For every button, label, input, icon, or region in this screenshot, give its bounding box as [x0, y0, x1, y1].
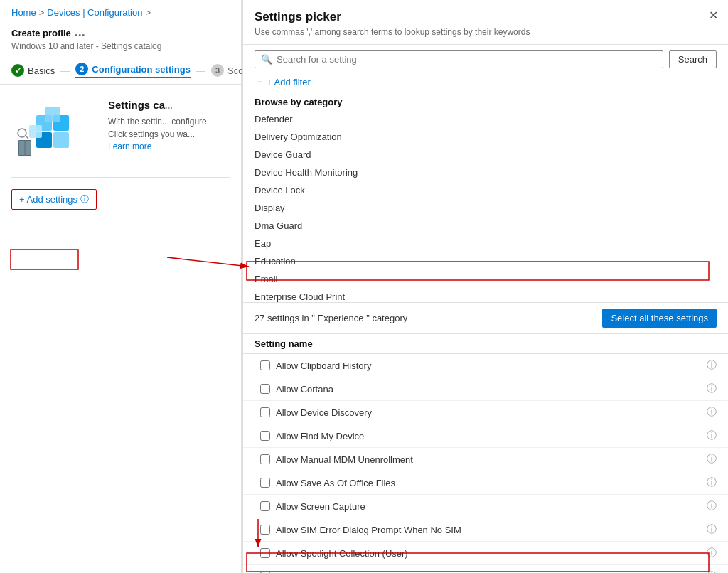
info-icon-cortana[interactable]: ⓘ	[707, 382, 717, 395]
picker-title: Settings picker	[255, 10, 717, 24]
info-icon-mdm[interactable]: ⓘ	[707, 453, 717, 466]
setting-checkbox-clipboard[interactable]	[260, 360, 270, 370]
setting-row-spotlight-collection: Allow Spotlight Collection (User) ⓘ	[243, 542, 728, 565]
setting-row-find-device: Allow Find My Device ⓘ	[243, 424, 728, 448]
settings-info-title: Settings ca...	[108, 99, 230, 111]
svg-rect-3	[53, 132, 69, 148]
breadcrumb-home[interactable]: Home	[11, 7, 36, 18]
setting-row-clipboard: Allow Clipboard History ⓘ	[243, 354, 728, 377]
page-subtitle: Windows 10 and later - Settings catalog	[11, 41, 230, 51]
setting-checkbox-screen-capture[interactable]	[260, 501, 270, 511]
settings-count: 27 settings in " Experience " category	[255, 313, 407, 323]
page-title: Create profile ...	[11, 25, 230, 40]
category-item-device-health[interactable]: Device Health Monitoring	[243, 164, 728, 181]
picker-subtitle: Use commas ',' among search terms to loo…	[255, 27, 717, 37]
svg-rect-4	[45, 107, 60, 122]
settings-list-area[interactable]: 27 settings in " Experience " category S…	[243, 302, 728, 573]
select-all-settings-button[interactable]: Select all these settings	[602, 309, 717, 328]
setting-checkbox-device-discovery[interactable]	[260, 407, 270, 417]
settings-picker-panel: Settings picker Use commas ',' among sea…	[242, 0, 728, 573]
info-icon-screen-capture[interactable]: ⓘ	[707, 500, 717, 513]
info-icon-sim-error[interactable]: ⓘ	[707, 523, 717, 536]
search-button[interactable]: Search	[669, 50, 717, 68]
svg-rect-5	[29, 125, 42, 138]
category-item-delivery[interactable]: Delivery Optimization	[243, 128, 728, 146]
setting-checkbox-cortana[interactable]	[260, 384, 270, 394]
category-item-dma-guard[interactable]: Dma Guard	[243, 217, 728, 235]
search-bar: 🔍 Search	[243, 45, 728, 74]
categories-scroll-area[interactable]: Defender Delivery Optimization Device Gu…	[243, 110, 728, 302]
info-icon-device-discovery[interactable]: ⓘ	[707, 406, 717, 419]
setting-row-screen-capture: Allow Screen Capture ⓘ	[243, 495, 728, 518]
setting-row-save-office: Allow Save As Of Office Files ⓘ	[243, 471, 728, 495]
filter-area: ＋ + Add filter	[243, 74, 728, 94]
svg-point-9	[18, 129, 26, 137]
setting-checkbox-save-office[interactable]	[260, 478, 270, 488]
info-icon-spotlight-collection[interactable]: ⓘ	[707, 547, 717, 559]
step-configuration-circle: 2	[75, 63, 88, 75]
step-configuration[interactable]: 2 Configuration settings	[75, 63, 191, 78]
category-item-education[interactable]: Education	[243, 252, 728, 270]
category-item-device-guard[interactable]: Device Guard	[243, 146, 728, 164]
settings-info-desc: With the settin... configure. Click sett…	[108, 115, 230, 141]
category-item-enterprise-cloud[interactable]: Enterprise Cloud Print	[243, 288, 728, 302]
step-scope-circle: 3	[211, 64, 224, 77]
setting-checkbox-mdm[interactable]	[260, 454, 270, 464]
info-icon-sync[interactable]: ⓘ	[707, 570, 717, 573]
learn-more-link[interactable]: Learn more	[108, 141, 151, 151]
step-basics[interactable]: ✓ Basics	[11, 64, 55, 77]
settings-col-header: Setting name	[243, 334, 728, 354]
setting-checkbox-spotlight-collection[interactable]	[260, 548, 270, 558]
steps-bar: ✓ Basics — 2 Configuration settings — 3 …	[0, 57, 241, 85]
category-item-eap[interactable]: Eap	[243, 235, 728, 252]
illustration-area: Settings ca... With the settin... config…	[0, 85, 241, 177]
search-icon: 🔍	[261, 54, 272, 65]
svg-line-10	[26, 136, 28, 139]
info-icon: ⓘ	[80, 193, 89, 205]
page-header: Create profile ... Windows 10 and later …	[0, 22, 241, 57]
step-basics-circle: ✓	[11, 64, 24, 77]
setting-row-device-discovery: Allow Device Discovery ⓘ	[243, 401, 728, 424]
breadcrumb: Home > Devices | Configuration >	[0, 0, 241, 22]
settings-list-header: 27 settings in " Experience " category S…	[243, 303, 728, 334]
categories-list[interactable]: Defender Delivery Optimization Device Gu…	[243, 110, 728, 302]
browse-by-category-label: Browse by category	[243, 94, 728, 110]
plus-icon: ＋	[255, 75, 264, 88]
add-filter-button[interactable]: ＋ + Add filter	[255, 74, 311, 90]
category-item-device-lock[interactable]: Device Lock	[243, 181, 728, 199]
add-settings-button[interactable]: + Add settings ⓘ	[11, 189, 97, 210]
category-item-defender[interactable]: Defender	[243, 110, 728, 128]
setting-row-sim-error: Allow SIM Error Dialog Prompt When No SI…	[243, 518, 728, 542]
breadcrumb-devices[interactable]: Devices | Configuration	[47, 7, 142, 18]
setting-row-mdm: Allow Manual MDM Unenrollment ⓘ	[243, 448, 728, 471]
add-settings-area: + Add settings ⓘ	[0, 178, 241, 221]
close-button[interactable]: ✕	[709, 10, 718, 21]
illustration-image	[11, 99, 97, 163]
picker-header: Settings picker Use commas ',' among sea…	[243, 0, 728, 45]
info-icon-find-device[interactable]: ⓘ	[707, 429, 717, 442]
category-item-display[interactable]: Display	[243, 199, 728, 217]
category-item-email[interactable]: Email	[243, 270, 728, 288]
search-input-wrap: 🔍	[255, 50, 663, 68]
setting-checkbox-sim-error[interactable]	[260, 525, 270, 535]
info-icon-save-office[interactable]: ⓘ	[707, 476, 717, 489]
setting-row-cortana: Allow Cortana ⓘ	[243, 377, 728, 401]
search-input[interactable]	[277, 54, 657, 65]
setting-row-sync: Allow Sync My Settings ⓘ	[243, 565, 728, 573]
info-icon-clipboard[interactable]: ⓘ	[707, 359, 717, 372]
settings-info: Settings ca... With the settin... config…	[108, 99, 230, 151]
setting-checkbox-find-device[interactable]	[260, 431, 270, 441]
